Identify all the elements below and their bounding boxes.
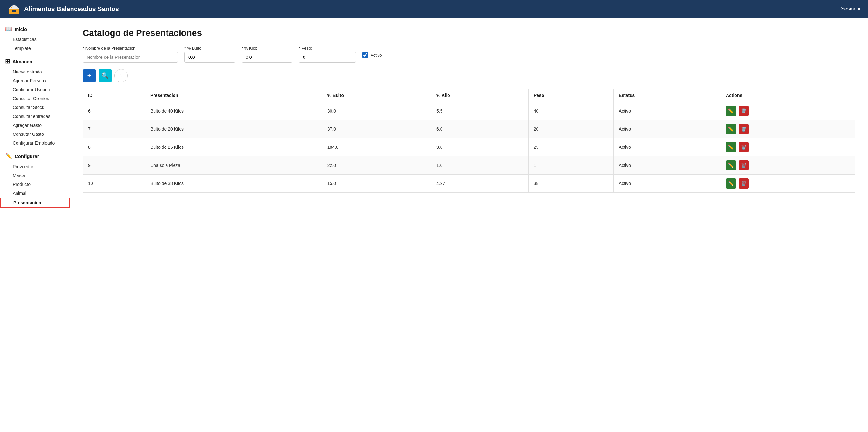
edit-button[interactable]: ✏️ [726,160,736,171]
sidebar-item-estadisticas[interactable]: Estadisticas [0,35,70,44]
edit-button[interactable]: ✏️ [726,178,736,188]
peso-label: * Peso: [299,46,356,51]
sidebar-section-inicio: 📖 Inicio Estadisticas Template [0,23,70,53]
book-icon: 📖 [5,25,12,32]
nombre-input[interactable] [83,52,178,63]
nombre-label: * Nombre de la Presentacion: [83,46,178,51]
add-button[interactable]: + [83,69,96,82]
sidebar-item-consultar-stock[interactable]: Consultar Stock [0,103,70,112]
app-logo-icon [8,3,20,15]
form-group-peso: * Peso: [299,46,356,63]
delete-button[interactable]: 🗑️ [739,106,749,116]
col-header-kilo: % Kilo [431,89,529,102]
cell-kilo: 3.0 [431,138,529,156]
kilo-input[interactable] [242,52,292,63]
kilo-label: * % Kilo: [242,46,292,51]
cell-kilo: 4.27 [431,175,529,193]
col-header-presentacion: Presentacion [145,89,322,102]
cell-peso: 1 [528,156,613,175]
activo-checkbox[interactable] [362,52,368,58]
sidebar-item-agregar-gasto[interactable]: Agregar Gasto [0,121,70,130]
sidebar-section-label-almacen: Almacen [12,59,32,64]
cell-actions: ✏️ 🗑️ [720,102,855,120]
search-button[interactable]: 🔍 [98,69,112,82]
sidebar-section-label-configurar: Configurar [14,154,39,159]
peso-input[interactable] [299,52,356,63]
cell-id: 8 [83,138,145,156]
edit-button[interactable]: ✏️ [726,124,736,134]
search-icon: 🔍 [102,72,109,79]
sidebar-item-consultar-clientes[interactable]: Consultar Clientes [0,94,70,103]
edit-button[interactable]: ✏️ [726,106,736,116]
cell-actions: ✏️ 🗑️ [720,138,855,156]
cell-peso: 25 [528,138,613,156]
app-header: Alimentos Balanceados Santos Sesion ▾ [0,0,868,18]
sidebar-item-presentacion[interactable]: Presentacion [0,198,70,208]
sidebar-section-header-inicio: 📖 Inicio [0,23,70,35]
table-row: 8 Bulto de 25 Kilos 184.0 3.0 25 Activo … [83,138,855,156]
activo-group: Activo [362,46,382,58]
cell-presentacion: Una sola Pieza [145,156,322,175]
cell-presentacion: Bulto de 20 Kilos [145,120,322,138]
sidebar-item-configurar-empleado[interactable]: Configurar Empleado [0,138,70,148]
sidebar-section-header-configurar: ✏️ Configurar [0,150,70,162]
table-row: 6 Bulto de 40 Kilos 30.0 5.5 40 Activo ✏… [83,102,855,120]
grid-icon: ⊞ [5,58,10,65]
sidebar-item-consutar-gasto[interactable]: Consutar Gasto [0,130,70,138]
table-row: 9 Una sola Pieza 22.0 1.0 1 Activo ✏️ 🗑️ [83,156,855,175]
table-row: 7 Bulto de 20 Kilos 37.0 6.0 20 Activo ✏… [83,120,855,138]
delete-button[interactable]: 🗑️ [739,142,749,152]
sidebar-item-template[interactable]: Template [0,44,70,53]
delete-button[interactable]: 🗑️ [739,160,749,171]
svg-rect-4 [11,7,12,8]
delete-button[interactable]: 🗑️ [739,124,749,134]
sidebar-section-label-inicio: Inicio [14,26,27,32]
svg-rect-0 [9,8,19,14]
cell-actions: ✏️ 🗑️ [720,156,855,175]
sidebar-item-agregar-persona[interactable]: Agregar Persona [0,76,70,85]
form-group-bulto: * % Bulto: [184,46,235,63]
col-header-peso: Peso [528,89,613,102]
session-label: Sesion [841,6,857,12]
cell-peso: 40 [528,102,613,120]
form-row: * Nombre de la Presentacion: * % Bulto: … [83,46,855,63]
cell-kilo: 5.5 [431,102,529,120]
svg-marker-1 [8,4,20,9]
col-header-actions: Actions [720,89,855,102]
sidebar-item-proveedor[interactable]: Proveedor [0,162,70,171]
edit-button[interactable]: ✏️ [726,142,736,152]
cell-id: 10 [83,175,145,193]
cell-id: 9 [83,156,145,175]
sidebar: 📖 Inicio Estadisticas Template ⊞ Almacen… [0,18,70,432]
col-header-estatus: Estatus [613,89,720,102]
cell-estatus: Activo [613,175,720,193]
page-title: Catalogo de Presentaciones [83,28,855,38]
cell-actions: ✏️ 🗑️ [720,175,855,193]
bulto-input[interactable] [184,52,235,63]
form-group-nombre: * Nombre de la Presentacion: [83,46,178,63]
cell-bulto: 22.0 [322,156,431,175]
sidebar-item-producto[interactable]: Producto [0,180,70,189]
sidebar-item-marca[interactable]: Marca [0,171,70,180]
cell-bulto: 37.0 [322,120,431,138]
app-title: Alimentos Balanceados Santos [24,5,119,13]
header-left: Alimentos Balanceados Santos [8,3,119,15]
activo-label: Activo [371,53,382,58]
sidebar-item-configurar-usuario[interactable]: Configurar Usuario [0,85,70,94]
session-chevron-icon: ▾ [858,6,860,12]
cell-estatus: Activo [613,102,720,120]
svg-rect-2 [12,9,14,12]
sidebar-item-consultar-entradas[interactable]: Consultar entradas [0,112,70,121]
cell-estatus: Activo [613,138,720,156]
cell-id: 6 [83,102,145,120]
session-menu[interactable]: Sesion ▾ [841,6,860,12]
sidebar-item-animal[interactable]: Animal [0,189,70,198]
cell-bulto: 15.0 [322,175,431,193]
cell-presentacion: Bulto de 38 Kilos [145,175,322,193]
cell-peso: 20 [528,120,613,138]
sidebar-item-nueva-entrada[interactable]: Nueva entrada [0,67,70,76]
cell-estatus: Activo [613,156,720,175]
clear-button[interactable]: ○ [115,69,128,82]
delete-button[interactable]: 🗑️ [739,178,749,188]
form-group-kilo: * % Kilo: [242,46,292,63]
